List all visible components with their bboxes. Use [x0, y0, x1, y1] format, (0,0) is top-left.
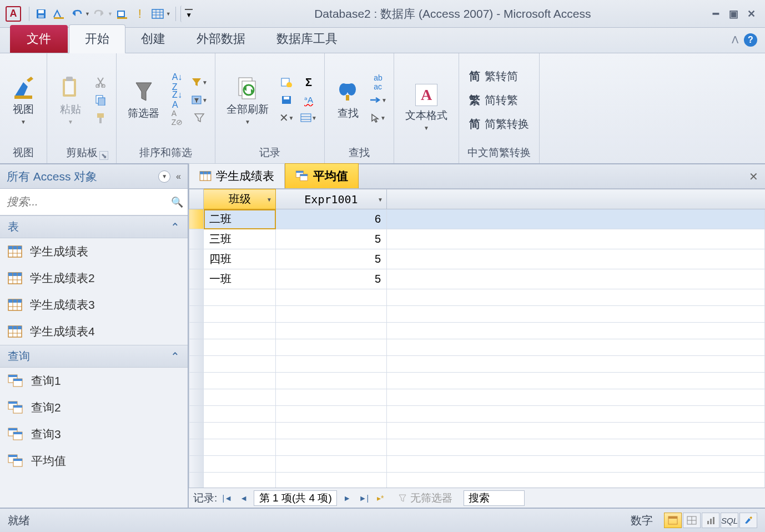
sort-desc-icon[interactable]: Z↓A: [168, 93, 186, 107]
qat-btn-7[interactable]: [149, 6, 166, 22]
advanced-filter-icon[interactable]: ▼: [190, 93, 208, 107]
record-position-input[interactable]: [254, 490, 337, 506]
title-bar: A ▼ ▼ ! ▼ ▼ Database2 : 数据库 (Access 2007…: [0, 0, 765, 28]
next-record-icon[interactable]: ►: [340, 491, 354, 505]
row-selector[interactable]: [189, 229, 204, 249]
search-icon[interactable]: 🔍: [171, 196, 183, 208]
simp-to-trad-button[interactable]: 繁简转繁: [466, 92, 532, 109]
minimize-ribbon-icon[interactable]: ᐱ: [732, 34, 738, 46]
row-selector[interactable]: [189, 249, 204, 269]
minimize-button[interactable]: ━: [708, 8, 723, 20]
tab-home[interactable]: 开始: [69, 24, 125, 53]
doc-tab-table[interactable]: 学生成绩表: [189, 163, 285, 188]
data-cell[interactable]: 6: [276, 209, 387, 229]
save-icon[interactable]: [33, 6, 49, 22]
record-search-input[interactable]: [464, 490, 525, 506]
spelling-icon[interactable]: ᵃA: [300, 93, 318, 107]
first-record-icon[interactable]: |◄: [220, 491, 234, 505]
nav-pane-title[interactable]: 所有 Access 对象: [7, 169, 158, 184]
column-dropdown-icon[interactable]: ▼: [266, 196, 272, 202]
column-header[interactable]: Expr1001▼: [276, 189, 387, 209]
undo-icon[interactable]: [68, 6, 85, 22]
chinese-convert-button[interactable]: 简简繁转换: [466, 116, 532, 133]
nav-item-query[interactable]: 平均值: [0, 448, 188, 474]
select-all-cell[interactable]: [189, 189, 204, 209]
find-button[interactable]: 查找: [331, 77, 365, 123]
data-cell[interactable]: 一班: [204, 269, 276, 289]
nav-item-query[interactable]: 查询3: [0, 421, 188, 448]
data-cell[interactable]: 四班: [204, 249, 276, 269]
close-button[interactable]: ✕: [744, 8, 758, 20]
sql-view-icon[interactable]: SQL: [721, 513, 738, 528]
nav-section-tables[interactable]: 表⌃: [0, 215, 188, 238]
nav-search-input[interactable]: [4, 193, 171, 210]
paste-button[interactable]: 粘贴 ▼: [54, 73, 87, 127]
clear-sort-icon[interactable]: AZ⊘: [168, 111, 186, 125]
svg-rect-72: [13, 459, 22, 461]
nav-section-queries[interactable]: 查询⌃: [0, 345, 188, 368]
file-tab[interactable]: 文件: [10, 25, 68, 53]
nav-collapse-icon[interactable]: «: [176, 172, 181, 182]
totals-icon[interactable]: Σ: [300, 75, 318, 89]
selection-filter-icon[interactable]: ▼: [190, 75, 208, 89]
qat-btn-6[interactable]: !: [132, 6, 148, 22]
pivottable-view-icon[interactable]: [683, 513, 701, 528]
nav-item-query[interactable]: 查询2: [0, 394, 188, 421]
sort-asc-icon[interactable]: A↓Z: [168, 75, 186, 89]
nav-item-table[interactable]: 学生成绩表4: [0, 318, 188, 345]
filter-button[interactable]: 筛选器: [123, 77, 164, 123]
last-record-icon[interactable]: ►|: [357, 491, 370, 505]
new-record-icon[interactable]: [278, 75, 295, 89]
row-selector[interactable]: [189, 209, 204, 229]
goto-icon[interactable]: ▼: [369, 93, 387, 107]
svg-rect-2: [38, 15, 44, 18]
format-painter-icon[interactable]: [92, 111, 109, 125]
clipboard-dialog-icon[interactable]: ⬊: [99, 151, 108, 160]
help-icon[interactable]: ?: [744, 33, 757, 47]
close-document-icon[interactable]: ✕: [749, 170, 758, 183]
text-format-button[interactable]: A 文本格式 ▼: [401, 82, 452, 133]
nav-item-table[interactable]: 学生成绩表2: [0, 265, 188, 292]
tab-external-data[interactable]: 外部数据: [181, 25, 261, 53]
save-record-icon[interactable]: [278, 93, 295, 107]
nav-item-table[interactable]: 学生成绩表: [0, 238, 188, 265]
more-records-icon[interactable]: ▼: [300, 111, 318, 125]
window-title: Database2 : 数据库 (Access 2007) - Microsof…: [197, 6, 708, 22]
datasheet-view-icon[interactable]: [664, 513, 682, 528]
view-button[interactable]: 视图 ▼: [7, 73, 40, 127]
trad-to-simp-button[interactable]: 简繁转简: [466, 68, 532, 85]
tab-create[interactable]: 创建: [125, 25, 181, 53]
column-dropdown-icon[interactable]: ▼: [378, 196, 383, 202]
qat-btn-2[interactable]: [51, 6, 67, 22]
select-icon[interactable]: ▼: [369, 111, 387, 125]
svg-rect-64: [13, 405, 22, 408]
toggle-filter-icon[interactable]: [190, 111, 208, 125]
design-view-icon[interactable]: [739, 513, 757, 528]
refresh-all-button[interactable]: 全部刷新 ▼: [222, 73, 273, 127]
data-cell[interactable]: 三班: [204, 229, 276, 249]
new-record-nav-icon[interactable]: ▸*: [374, 491, 387, 505]
maximize-button[interactable]: ▣: [726, 8, 741, 20]
delete-record-icon[interactable]: ✕▼: [278, 111, 295, 125]
data-cell[interactable]: 5: [276, 249, 387, 269]
data-cell[interactable]: 二班: [204, 209, 276, 229]
data-cell[interactable]: 5: [276, 229, 387, 249]
tab-database-tools[interactable]: 数据库工具: [261, 25, 353, 53]
copy-icon[interactable]: [92, 93, 109, 107]
doc-tab-query[interactable]: 平均值: [285, 163, 359, 188]
qat-btn-5[interactable]: [114, 6, 130, 22]
data-cell[interactable]: 5: [276, 269, 387, 289]
replace-icon[interactable]: abac: [369, 75, 387, 89]
nav-item-table[interactable]: 学生成绩表3: [0, 292, 188, 318]
qat-customize-icon[interactable]: ▼: [180, 6, 197, 22]
pivotchart-view-icon[interactable]: [702, 513, 719, 528]
redo-icon[interactable]: [91, 6, 108, 22]
nav-item-query[interactable]: 查询1: [0, 368, 188, 394]
column-header[interactable]: 班级▼: [204, 189, 276, 209]
prev-record-icon[interactable]: ◄: [237, 491, 250, 505]
group-label-chinese: 中文简繁转换: [466, 143, 532, 162]
row-selector[interactable]: [189, 269, 204, 289]
nav-filter-icon[interactable]: ▼: [158, 170, 170, 183]
datasheet[interactable]: 班级▼ Expr1001▼ 二班 6 三班 5: [189, 189, 765, 488]
cut-icon[interactable]: [92, 75, 109, 89]
